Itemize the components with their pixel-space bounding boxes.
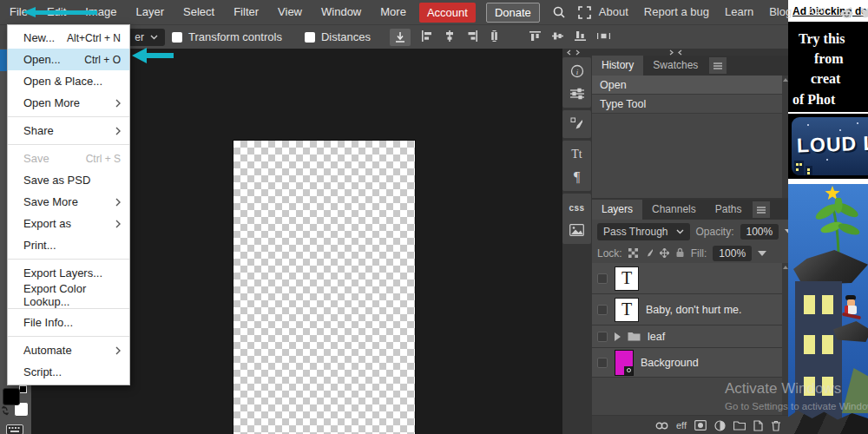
layer-row-group-leaf[interactable]: leaf [592, 326, 788, 348]
text-layer-thumbnail[interactable]: T [615, 266, 639, 291]
history-entry-open[interactable]: Open [592, 76, 788, 95]
distribute-horizontal-icon[interactable] [489, 30, 500, 45]
info-icon[interactable]: i [562, 60, 591, 82]
account-button[interactable]: Account [419, 3, 476, 23]
character-icon[interactable]: Tt [562, 143, 591, 166]
menu-item-new[interactable]: New...Alt+Ctrl + N [8, 27, 129, 49]
align-bottom-icon[interactable] [575, 30, 587, 45]
history-entry-type-tool[interactable]: Type Tool [592, 95, 788, 114]
folder-icon[interactable] [733, 421, 746, 431]
collapse-panel-right-icon[interactable] [668, 49, 686, 56]
layer-visibility-checkbox[interactable] [597, 305, 608, 315]
default-colors-icon[interactable] [19, 385, 27, 393]
menubar-filter[interactable]: Filter [224, 0, 268, 24]
delete-icon[interactable] [771, 420, 781, 431]
mask-icon[interactable] [694, 420, 707, 431]
document-canvas[interactable] [233, 140, 416, 434]
foreground-color-swatch[interactable] [3, 388, 20, 405]
collapse-panel-left-icon[interactable] [566, 49, 583, 56]
layer-visibility-checkbox[interactable] [597, 332, 608, 342]
lock-transparency-icon[interactable] [628, 246, 638, 261]
paragraph-icon[interactable]: ¶ [562, 166, 591, 188]
fullscreen-icon[interactable] [578, 6, 591, 19]
link-report-a-bug[interactable]: Report a bug [636, 0, 717, 24]
menu-item-save: SaveCtrl + S [8, 148, 129, 169]
ad-promo-text[interactable]: Try this from creat of Phot [788, 22, 868, 112]
menubar-view[interactable]: View [268, 0, 312, 24]
align-middle-icon[interactable] [552, 30, 564, 45]
panel-menu-icon[interactable] [709, 57, 727, 74]
menu-item-share[interactable]: Share [8, 120, 129, 141]
layers-scrollbar[interactable] [782, 263, 788, 415]
menu-item-save-more[interactable]: Save More [8, 191, 129, 213]
keyboard-shortcuts-icon[interactable] [6, 423, 23, 434]
menu-item-print[interactable]: Print... [8, 234, 129, 256]
link-icon[interactable] [655, 422, 668, 430]
menu-item-export-layers[interactable]: Export Layers... [8, 262, 129, 284]
brush-icon[interactable] [562, 113, 591, 135]
effects-icon[interactable]: eff [676, 420, 687, 431]
layer-row-text-1[interactable]: T [592, 263, 788, 294]
expand-group-icon[interactable] [615, 332, 621, 341]
opacity-value[interactable]: 100% [740, 224, 779, 240]
ad-game-screenshot[interactable] [788, 184, 868, 434]
align-top-icon[interactable] [529, 30, 542, 45]
donate-button[interactable]: Donate [486, 3, 540, 23]
adjustment-icon[interactable] [714, 420, 726, 431]
blend-mode-dropdown[interactable]: Pass Through [597, 223, 690, 240]
menu-item-file-info[interactable]: File Info... [8, 312, 129, 333]
twitter-icon[interactable] [860, 6, 868, 19]
tab-paths[interactable]: Paths [706, 200, 752, 220]
text-layer-thumbnail[interactable]: T [615, 298, 639, 322]
tab-layers[interactable]: Layers [592, 200, 642, 220]
background-layer-thumbnail[interactable] [615, 350, 634, 376]
align-left-icon[interactable] [421, 30, 433, 45]
link-blog[interactable]: Blog [761, 0, 799, 24]
submenu-arrow-icon [115, 346, 121, 355]
link-api[interactable]: API [799, 0, 833, 24]
css-icon[interactable]: css [562, 196, 591, 219]
menu-item-open[interactable]: Open...Ctrl + O [8, 49, 129, 70]
lock-paint-icon[interactable] [644, 246, 654, 261]
distances-checkbox[interactable]: Distances [305, 30, 371, 43]
image-icon[interactable] [562, 219, 591, 241]
layer-visibility-checkbox[interactable] [597, 273, 608, 284]
menu-item-open-more[interactable]: Open More [8, 92, 129, 114]
menubar-layer[interactable]: Layer [127, 0, 174, 24]
distribute-vertical-icon[interactable] [597, 30, 610, 45]
reddit-icon[interactable] [839, 5, 854, 20]
tab-channels[interactable]: Channels [642, 200, 706, 220]
ad-game-banner[interactable]: LOUD L [788, 114, 868, 179]
fill-value[interactable]: 100% [713, 246, 752, 261]
place-image-icon[interactable] [390, 29, 411, 46]
layer-visibility-checkbox[interactable] [597, 358, 608, 368]
adjustments-icon[interactable] [562, 82, 591, 105]
tab-history[interactable]: History [592, 56, 643, 76]
menu-item-export-color-lookup[interactable]: Export Color Lookup... [8, 284, 129, 306]
transform-controls-checkbox[interactable]: Transform controls [172, 30, 282, 43]
menu-item-script[interactable]: Script... [8, 361, 129, 383]
tab-swatches[interactable]: Swatches [643, 56, 707, 76]
align-right-icon[interactable] [466, 30, 478, 45]
menubar-more[interactable]: More [371, 0, 416, 24]
fill-dropdown-icon[interactable] [758, 251, 766, 256]
panel-menu-icon[interactable] [753, 201, 770, 218]
menu-item-export-as[interactable]: Export as [8, 213, 129, 234]
menu-item-automate[interactable]: Automate [8, 339, 129, 361]
lock-move-icon[interactable] [660, 246, 669, 261]
align-center-horizontal-icon[interactable] [444, 30, 456, 45]
opacity-label: Opacity: [696, 226, 734, 238]
menu-item-open-and-place[interactable]: Open & Place... [8, 70, 129, 92]
search-icon[interactable] [552, 5, 566, 19]
swap-colors-icon[interactable] [1, 404, 10, 419]
link-about[interactable]: About [591, 0, 636, 24]
layer-row-text-2[interactable]: T Baby, don't hurt me. [592, 294, 788, 326]
menu-item-save-as-psd[interactable]: Save as PSD [8, 169, 129, 191]
lock-all-icon[interactable] [675, 246, 685, 261]
new-layer-icon[interactable] [753, 420, 763, 431]
layer-row-background[interactable]: Background [592, 348, 788, 378]
menubar-window[interactable]: Window [312, 0, 371, 24]
menubar-select[interactable]: Select [174, 0, 224, 24]
link-learn[interactable]: Learn [717, 0, 761, 24]
history-scrollbar[interactable] [782, 76, 788, 198]
